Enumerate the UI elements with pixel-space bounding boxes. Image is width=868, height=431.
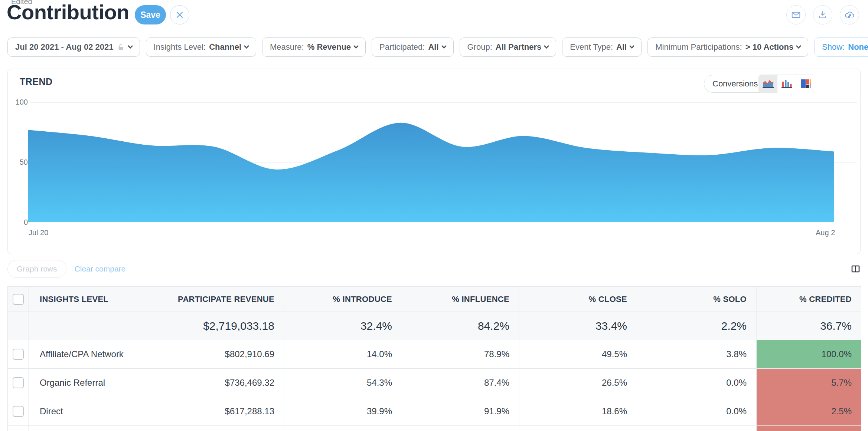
treemap-chart-toggle[interactable] bbox=[796, 75, 815, 93]
date-range-value: Jul 20 2021 - Aug 02 2021 bbox=[15, 42, 114, 52]
event-type-filter[interactable]: Event Type: All bbox=[562, 37, 642, 57]
trend-area-chart[interactable] bbox=[28, 102, 834, 222]
solo-value-link[interactable]: 3.8% bbox=[637, 340, 757, 369]
totals-close: 33.4% bbox=[519, 312, 637, 340]
totals-solo: 2.2% bbox=[637, 312, 757, 340]
email-icon bbox=[791, 10, 801, 20]
column-header-introduce[interactable]: % INTRODUCE bbox=[284, 287, 402, 312]
trend-card: TREND Conversions bbox=[7, 69, 861, 254]
filter-label: Participated: bbox=[379, 42, 425, 52]
download-icon bbox=[818, 10, 828, 20]
x-axis-label-right: Aug 2 bbox=[816, 228, 835, 237]
column-header-credited[interactable]: % CREDITED bbox=[757, 287, 861, 312]
download-button[interactable] bbox=[813, 5, 832, 24]
row-checkbox[interactable] bbox=[13, 377, 24, 388]
table-row-partial bbox=[8, 426, 861, 431]
insights-table: INSIGHTS LEVEL PARTICIPATE REVENUE % INT… bbox=[7, 286, 861, 431]
trend-title: TREND bbox=[20, 76, 53, 87]
bar-chart-toggle[interactable] bbox=[777, 75, 796, 93]
influence-value: 78.9% bbox=[402, 340, 519, 369]
filter-value: None bbox=[848, 42, 868, 52]
measure-filter[interactable]: Measure: % Revenue bbox=[262, 37, 366, 57]
treemap-chart-icon bbox=[800, 78, 811, 89]
y-axis-tick-100: 100 bbox=[11, 98, 28, 106]
show-filter[interactable]: Show: None bbox=[814, 37, 868, 57]
filter-label: Event Type: bbox=[570, 42, 613, 52]
chevron-down-icon bbox=[796, 43, 801, 49]
table-row: Affiliate/CPA Network $802,910.69 14.0% … bbox=[8, 340, 861, 369]
totals-row: $2,719,033.18 32.4% 84.2% 33.4% 2.2% 36.… bbox=[8, 312, 861, 340]
chevron-down-icon bbox=[544, 43, 549, 49]
row-checkbox[interactable] bbox=[13, 406, 24, 417]
introduce-value: 54.3% bbox=[284, 369, 402, 397]
column-header-insights-level[interactable]: INSIGHTS LEVEL bbox=[29, 287, 168, 312]
x-axis-label-left: Jul 20 bbox=[29, 228, 48, 237]
close-value: 18.6% bbox=[519, 397, 637, 426]
email-report-button[interactable] bbox=[786, 5, 806, 24]
participated-filter[interactable]: Participated: All bbox=[372, 37, 453, 57]
page-title: Contribution bbox=[7, 0, 129, 24]
bar-chart-icon bbox=[780, 79, 793, 89]
close-value: 26.5% bbox=[519, 369, 637, 397]
participate-revenue-link[interactable]: $802,910.69 bbox=[168, 340, 284, 369]
filter-value: Channel bbox=[209, 42, 241, 52]
chevron-down-icon bbox=[441, 43, 446, 49]
group-filter[interactable]: Group: All Partners bbox=[460, 37, 557, 57]
lock-icon bbox=[117, 43, 125, 51]
area-chart-toggle[interactable] bbox=[759, 75, 777, 93]
table-row: Organic Referral $736,469.32 54.3% 87.4%… bbox=[8, 369, 861, 397]
filter-label: Measure: bbox=[270, 42, 304, 52]
close-value: 49.5% bbox=[519, 340, 637, 369]
credited-value: 2.5% bbox=[757, 397, 861, 426]
save-button[interactable]: Save bbox=[135, 5, 166, 24]
row-checkbox[interactable] bbox=[13, 349, 24, 360]
conversions-area-series bbox=[28, 123, 834, 222]
insights-level-filter[interactable]: Insights Level: Channel bbox=[146, 37, 256, 57]
totals-participate-revenue: $2,719,033.18 bbox=[168, 312, 284, 340]
solo-value-link[interactable]: 0.0% bbox=[637, 369, 757, 397]
table-row: Direct $617,288.13 39.9% 91.9% 18.6% 0.0… bbox=[8, 397, 861, 426]
totals-influence: 84.2% bbox=[402, 312, 519, 340]
totals-credited: 36.7% bbox=[757, 312, 861, 340]
participate-revenue-link[interactable]: $736,469.32 bbox=[168, 369, 284, 397]
participate-revenue-link[interactable]: $617,288.13 bbox=[168, 397, 284, 426]
table-toolbar: Graph rows Clear compare bbox=[7, 260, 861, 278]
minimum-participations-filter[interactable]: Minimum Participations: > 10 Actions bbox=[647, 37, 808, 57]
row-name: Affiliate/CPA Network bbox=[29, 340, 168, 369]
cloud-sync-button[interactable] bbox=[840, 5, 859, 24]
area-chart-icon bbox=[762, 79, 774, 89]
chart-type-toggle bbox=[758, 75, 815, 93]
chevron-down-icon bbox=[127, 43, 133, 49]
filter-value: % Revenue bbox=[307, 42, 351, 52]
solo-value-link[interactable]: 0.0% bbox=[637, 397, 757, 426]
clear-compare-link[interactable]: Clear compare bbox=[75, 264, 126, 273]
select-all-checkbox[interactable] bbox=[13, 294, 24, 305]
filter-bar: Jul 20 2021 - Aug 02 2021 Insights Level… bbox=[7, 37, 868, 57]
columns-icon bbox=[851, 264, 861, 274]
introduce-value: 14.0% bbox=[284, 340, 402, 369]
column-header-solo[interactable]: % SOLO bbox=[637, 287, 757, 312]
cloud-sync-icon bbox=[844, 10, 855, 20]
credited-value bbox=[757, 426, 861, 431]
introduce-value: 39.9% bbox=[284, 397, 402, 426]
credited-value: 5.7% bbox=[757, 369, 861, 397]
filter-value: All Partners bbox=[496, 42, 542, 52]
columns-button[interactable] bbox=[851, 264, 861, 274]
date-range-filter[interactable]: Jul 20 2021 - Aug 02 2021 bbox=[7, 37, 140, 57]
filter-label: Minimum Participations: bbox=[655, 42, 742, 52]
y-axis-tick-0: 0 bbox=[11, 218, 28, 227]
series-selector-value: Conversions bbox=[712, 79, 758, 89]
chevron-down-icon bbox=[629, 43, 634, 49]
column-header-participate-revenue[interactable]: PARTICIPATE REVENUE bbox=[168, 287, 284, 312]
close-icon bbox=[176, 11, 184, 19]
close-button[interactable] bbox=[170, 5, 189, 24]
column-header-close[interactable]: % CLOSE bbox=[519, 287, 637, 312]
header-actions bbox=[786, 5, 859, 24]
filter-label: Insights Level: bbox=[154, 42, 206, 52]
credited-value: 100.0% bbox=[757, 340, 861, 369]
graph-rows-button[interactable]: Graph rows bbox=[7, 260, 66, 278]
filter-value: All bbox=[428, 42, 438, 52]
filter-label: Group: bbox=[467, 42, 492, 52]
filter-value: > 10 Actions bbox=[745, 42, 793, 52]
column-header-influence[interactable]: % INFLUENCE bbox=[402, 287, 519, 312]
